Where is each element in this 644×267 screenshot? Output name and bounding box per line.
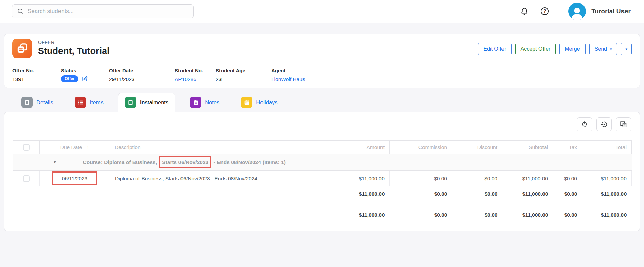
select-all-header[interactable]: [13, 141, 40, 154]
caret-down-icon: ▾: [610, 47, 612, 51]
tab-holidays[interactable]: Holidays: [234, 93, 284, 112]
field-value: 1391: [12, 76, 61, 82]
offer-icon: [12, 39, 32, 58]
instalments-table: Due Date↑ Description Amount Commission …: [13, 140, 632, 223]
row-checkbox[interactable]: [23, 175, 30, 182]
topbar-divider: [560, 4, 560, 19]
history-restore-icon: [600, 121, 608, 128]
instalments-icon: [125, 97, 136, 108]
column-amount[interactable]: Amount: [339, 141, 390, 154]
field-label: Student No.: [175, 68, 216, 73]
items-icon: [75, 97, 86, 108]
svg-text:?: ?: [543, 8, 546, 14]
discount-cell: $0.00: [452, 171, 502, 186]
column-label: Due Date: [60, 144, 82, 150]
table-header-row: Due Date↑ Description Amount Commission …: [13, 141, 632, 154]
total-cell: $11,000.00: [582, 171, 632, 186]
field-label: Offer Date: [109, 68, 175, 73]
tab-notes[interactable]: Notes: [183, 93, 227, 112]
bell-icon: [520, 7, 529, 16]
group-row-text: - Ends 08/Nov/2024 (Items: 1): [213, 159, 286, 165]
offer-header-card: OFFER Student, Tutorial Edit Offer Accep…: [4, 34, 640, 88]
notifications-button[interactable]: [518, 5, 531, 18]
tab-instalments[interactable]: Instalments: [118, 93, 175, 112]
grand-total-commission: $0.00: [390, 207, 452, 223]
column-commission[interactable]: Commission: [390, 141, 452, 154]
field-value: 23: [216, 76, 271, 82]
tab-items[interactable]: Items: [68, 93, 110, 112]
instalment-row: 06/11/2023 Diploma of Business, Starts 0…: [13, 171, 632, 186]
spacer-row: [13, 202, 632, 207]
help-button[interactable]: ?: [538, 5, 551, 18]
more-actions-button[interactable]: ▾: [621, 43, 632, 55]
student-no-link[interactable]: AP10286: [175, 76, 196, 82]
offer-meta-row: Offer No. 1391 Status Offer Offer Date 2…: [12, 63, 632, 82]
group-row-text: Course: Diploma of Business,: [83, 159, 157, 165]
field-student-no: Student No. AP10286: [175, 68, 216, 82]
caret-down-icon: ▾: [625, 47, 627, 51]
refresh-button[interactable]: [577, 117, 592, 131]
field-label: Student Age: [216, 68, 271, 73]
search-box[interactable]: [12, 4, 194, 18]
column-due-date[interactable]: Due Date↑: [40, 141, 110, 154]
help-icon: ?: [540, 7, 549, 16]
tab-label: Items: [90, 99, 103, 106]
group-total-discount: $0.00: [452, 186, 502, 202]
select-all-checkbox[interactable]: [23, 144, 30, 151]
user-name: Turorial User: [591, 8, 631, 15]
agent-link[interactable]: LionWolf Haus: [271, 76, 305, 82]
tab-details[interactable]: Details: [14, 93, 60, 112]
tab-label: Details: [36, 99, 53, 106]
refresh-icon: [581, 121, 588, 128]
copy-view-icon: [620, 121, 627, 128]
page-title: Student, Tutorial: [38, 46, 109, 56]
history-restore-button[interactable]: [596, 117, 612, 131]
field-offer-date: Offer Date 29/11/2023: [109, 68, 175, 82]
merge-button[interactable]: Merge: [559, 43, 585, 55]
field-value: 29/11/2023: [109, 76, 175, 82]
group-total-subtotal: $11,000.00: [502, 186, 553, 202]
column-subtotal[interactable]: Subtotal: [502, 141, 553, 154]
column-discount[interactable]: Discount: [452, 141, 502, 154]
tab-label: Notes: [205, 99, 219, 106]
column-total[interactable]: Total: [582, 141, 632, 154]
entity-label: OFFER: [38, 39, 109, 45]
field-student-age: Student Age 23: [216, 68, 271, 82]
accept-offer-button[interactable]: Accept Offer: [515, 43, 556, 55]
instalments-panel: Due Date↑ Description Amount Commission …: [4, 112, 640, 231]
details-icon: [21, 97, 33, 108]
collapse-group-icon[interactable]: ▼: [53, 160, 57, 164]
group-total-total: $11,000.00: [582, 186, 632, 202]
field-label: Status: [61, 68, 109, 73]
commission-cell: $0.00: [390, 171, 452, 186]
due-date-highlight-box: 06/11/2023: [52, 171, 97, 186]
grand-total-discount: $0.00: [452, 207, 502, 223]
tab-label: Holidays: [256, 99, 277, 106]
avatar: [568, 3, 586, 20]
search-icon: [17, 8, 24, 15]
send-button[interactable]: Send ▾: [589, 43, 617, 55]
grand-total-total: $11,000.00: [582, 207, 632, 223]
group-total-commission: $0.00: [390, 186, 452, 202]
user-menu[interactable]: Turorial User: [568, 3, 631, 20]
grand-total-row: $11,000.00 $0.00 $0.00 $11,000.00 $0.00 …: [13, 207, 632, 223]
grand-total-tax: $0.00: [553, 207, 582, 223]
subtotal-cell: $11,000.00: [502, 171, 553, 186]
instalment-description: Diploma of Business, Starts 06/Nov/2023 …: [110, 171, 339, 186]
edit-status-icon[interactable]: [82, 76, 88, 82]
edit-offer-button[interactable]: Edit Offer: [478, 43, 511, 55]
search-input[interactable]: [28, 8, 189, 15]
notes-icon: [190, 97, 201, 108]
column-description[interactable]: Description: [110, 141, 339, 154]
course-group-row: ▼ Course: Diploma of Business, Starts 06…: [13, 154, 632, 171]
group-total-amount: $11,000.00: [339, 186, 390, 202]
column-tax[interactable]: Tax: [553, 141, 582, 154]
tab-bar: Details Items Instalments Notes Holidays: [4, 93, 640, 112]
holidays-icon: [241, 97, 252, 108]
tab-label: Instalments: [140, 99, 168, 106]
table-toolbar: [13, 117, 631, 131]
starts-date-highlight-box: Starts 06/Nov/2023: [159, 156, 211, 168]
field-agent: Agent LionWolf Haus: [271, 68, 305, 82]
copy-view-button[interactable]: [616, 117, 631, 131]
group-total-row: $11,000.00 $0.00 $0.00 $11,000.00 $0.00 …: [13, 186, 632, 202]
